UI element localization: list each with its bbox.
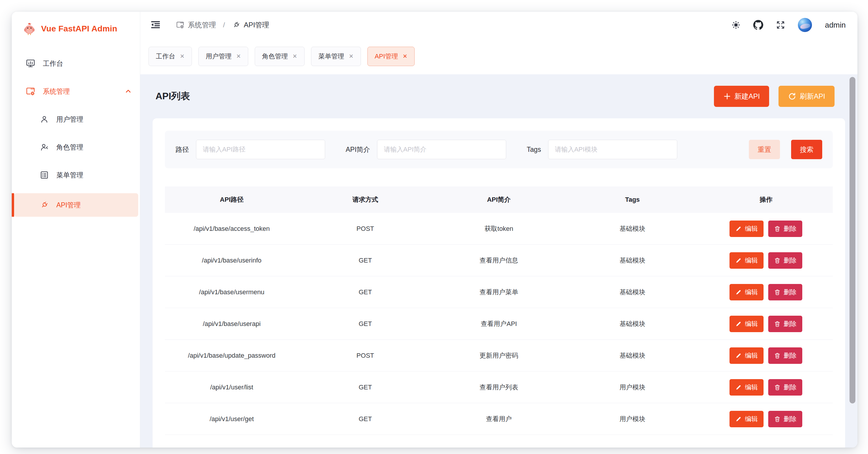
summary-filter-label: API简介 xyxy=(346,145,370,154)
chevron-up-icon[interactable] xyxy=(125,88,132,95)
fullscreen-icon[interactable] xyxy=(776,21,785,29)
api-plug-icon xyxy=(40,201,49,209)
edit-button[interactable]: 编辑 xyxy=(730,284,764,301)
edit-button[interactable]: 编辑 xyxy=(730,411,764,427)
refresh-api-button[interactable]: 刷新API xyxy=(778,86,835,107)
sidebar-item-label: 菜单管理 xyxy=(56,171,83,180)
sidebar-item-label: 工作台 xyxy=(43,59,63,68)
breadcrumb-item-api[interactable]: API管理 xyxy=(232,20,269,30)
api-path: /api/v1/user/get xyxy=(165,415,299,423)
edit-button[interactable]: 编辑 xyxy=(730,379,764,396)
close-icon[interactable]: ✕ xyxy=(403,53,407,60)
table-row: /api/v1/user/get GET 查看用户 用户模块 编辑 删除 xyxy=(165,403,833,435)
avatar[interactable] xyxy=(798,18,812,32)
chick-logo-icon xyxy=(22,22,36,36)
table-row: /api/v1/base/update_password POST 更新用户密码… xyxy=(165,340,833,371)
api-method: GET xyxy=(299,320,432,328)
api-summary: 查看用户列表 xyxy=(432,383,565,392)
delete-button[interactable]: 删除 xyxy=(768,379,802,396)
trash-icon xyxy=(774,289,780,295)
github-icon[interactable] xyxy=(753,20,763,30)
column-header: Tags xyxy=(566,196,699,203)
vertical-scrollbar[interactable] xyxy=(849,77,856,403)
tab-api[interactable]: API管理 ✕ xyxy=(367,47,415,66)
sidebar-item-label: 系统管理 xyxy=(43,87,70,96)
trash-icon xyxy=(774,384,780,391)
sidebar-item-system[interactable]: 系统管理 xyxy=(14,82,138,101)
path-filter-input[interactable] xyxy=(196,140,325,159)
column-header: 请求方式 xyxy=(299,195,432,204)
trash-icon xyxy=(774,257,780,264)
create-api-button[interactable]: 新建API xyxy=(714,86,769,107)
table-row: /api/v1/base/userapi GET 查看用户API 基础模块 编辑… xyxy=(165,308,833,340)
breadcrumb-item-system[interactable]: 系统管理 xyxy=(176,20,216,30)
tab-label: 菜单管理 xyxy=(318,52,344,61)
delete-button[interactable]: 删除 xyxy=(768,316,802,332)
delete-button[interactable]: 删除 xyxy=(768,252,802,269)
delete-button[interactable]: 删除 xyxy=(768,411,802,427)
tab-bar: 工作台 ✕ 用户管理 ✕ 角色管理 ✕ 菜单管理 ✕ API管理 ✕ xyxy=(140,38,858,74)
pencil-icon xyxy=(735,257,742,264)
user-icon xyxy=(40,115,49,124)
menu-list-icon xyxy=(40,171,49,179)
sidebar-item-api[interactable]: API管理 xyxy=(14,193,138,217)
api-list-card: 路径 API简介 Tags 重置 搜索 xyxy=(153,118,845,448)
api-path: /api/v1/base/userinfo xyxy=(165,257,299,264)
api-path: /api/v1/base/userapi xyxy=(165,320,299,328)
close-icon[interactable]: ✕ xyxy=(236,53,241,60)
tab-menus[interactable]: 菜单管理 ✕ xyxy=(311,47,361,66)
delete-button[interactable]: 删除 xyxy=(768,284,802,301)
reset-button[interactable]: 重置 xyxy=(749,140,780,159)
api-summary: 查看用户 xyxy=(432,415,565,423)
trash-icon xyxy=(774,352,780,359)
api-tags: 用户模块 xyxy=(566,415,699,423)
close-icon[interactable]: ✕ xyxy=(292,53,297,60)
edit-button[interactable]: 编辑 xyxy=(730,252,764,269)
sidebar-item-roles[interactable]: 角色管理 xyxy=(14,137,138,157)
api-tags: 基础模块 xyxy=(566,256,699,265)
tab-label: 用户管理 xyxy=(206,52,231,61)
username[interactable]: admin xyxy=(825,21,846,30)
delete-button[interactable]: 删除 xyxy=(768,347,802,364)
tab-roles[interactable]: 角色管理 ✕ xyxy=(255,47,305,66)
page-header: API列表 新建API 刷新API xyxy=(140,74,858,118)
sidebar: Vue FastAPI Admin 工作台 xyxy=(12,12,140,448)
tags-filter-label: Tags xyxy=(527,146,541,153)
api-path: /api/v1/base/update_password xyxy=(165,352,299,360)
api-path: /api/v1/base/usermenu xyxy=(165,288,299,296)
sidebar-item-menus[interactable]: 菜单管理 xyxy=(14,165,138,185)
main-content: API列表 新建API 刷新API xyxy=(140,74,858,448)
sidebar-item-users[interactable]: 用户管理 xyxy=(14,110,138,129)
path-filter-label: 路径 xyxy=(176,145,189,154)
close-icon[interactable]: ✕ xyxy=(180,53,185,60)
button-label: 新建API xyxy=(735,92,760,101)
topbar: 系统管理 / API管理 xyxy=(140,12,858,38)
api-summary: 更新用户密码 xyxy=(432,351,565,360)
collapse-sidebar-icon[interactable] xyxy=(150,20,161,30)
topbar-actions: admin xyxy=(732,18,846,32)
tab-label: 角色管理 xyxy=(262,52,288,61)
api-summary: 查看用户信息 xyxy=(432,256,565,265)
api-tags: 基础模块 xyxy=(566,351,699,360)
button-label: 刷新API xyxy=(800,92,825,101)
sidebar-item-workbench[interactable]: 工作台 xyxy=(14,54,138,73)
edit-button[interactable]: 编辑 xyxy=(730,221,764,237)
api-tags: 基础模块 xyxy=(566,288,699,296)
edit-button[interactable]: 编辑 xyxy=(730,347,764,364)
edit-button[interactable]: 编辑 xyxy=(730,316,764,332)
search-button[interactable]: 搜索 xyxy=(791,140,822,159)
sidebar-item-label: 角色管理 xyxy=(56,143,83,152)
tab-users[interactable]: 用户管理 ✕ xyxy=(198,47,248,66)
api-method: POST xyxy=(299,225,432,233)
tags-filter-input[interactable] xyxy=(548,140,677,159)
api-plug-icon xyxy=(232,21,240,29)
table-row: /api/v1/base/access_token POST 获取token 基… xyxy=(165,213,833,245)
role-icon xyxy=(40,143,49,151)
summary-filter-input[interactable] xyxy=(377,140,506,159)
api-table: API路径 请求方式 API简介 Tags 操作 /api/v1/base/ac… xyxy=(165,187,833,435)
theme-sun-icon[interactable] xyxy=(732,21,740,29)
delete-button[interactable]: 删除 xyxy=(768,221,802,237)
trash-icon xyxy=(774,226,780,232)
tab-workbench[interactable]: 工作台 ✕ xyxy=(149,47,192,66)
close-icon[interactable]: ✕ xyxy=(349,53,353,60)
